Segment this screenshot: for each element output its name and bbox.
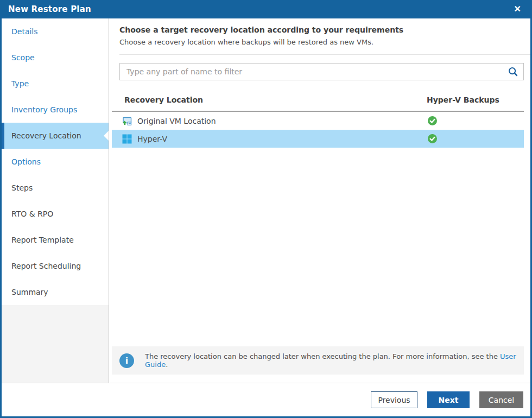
info-text: The recovery location can be changed lat… bbox=[145, 352, 524, 369]
info-text-after: . bbox=[166, 360, 168, 369]
sidebar-filler bbox=[2, 305, 109, 383]
sidebar-item-rto-rpo[interactable]: RTO & RPO bbox=[2, 201, 109, 227]
title-bar: New Restore Plan ✕ bbox=[0, 0, 532, 18]
hyper-v-windows-logo-icon bbox=[122, 134, 132, 144]
table-row-original-vm-location[interactable]: M Original VM Location bbox=[112, 112, 524, 130]
previous-button[interactable]: Previous bbox=[371, 391, 417, 408]
sidebar-item-report-scheduling[interactable]: Report Scheduling bbox=[2, 253, 109, 279]
sidebar-item-options[interactable]: Options bbox=[2, 149, 109, 175]
info-text-before: The recovery location can be changed lat… bbox=[145, 352, 500, 360]
svg-text:M: M bbox=[129, 122, 131, 125]
next-button[interactable]: Next bbox=[427, 391, 470, 408]
sidebar-item-report-template[interactable]: Report Template bbox=[2, 227, 109, 253]
table-row-hyper-v[interactable]: Hyper-V bbox=[112, 130, 524, 148]
column-header-recovery-location: Recovery Location bbox=[124, 96, 427, 104]
header-divider bbox=[119, 54, 530, 55]
backup-available-icon bbox=[428, 134, 437, 143]
page-title: Choose a target recovery location accord… bbox=[119, 26, 524, 34]
sidebar-item-recovery-location[interactable]: Recovery Location bbox=[2, 123, 109, 149]
column-header-hyperv-backups: Hyper-V Backups bbox=[427, 96, 524, 104]
info-icon: i bbox=[119, 353, 134, 368]
wizard-steps-sidebar: Details Scope Type Inventory Groups Reco… bbox=[2, 18, 109, 383]
content-panel: Choose a target recovery location accord… bbox=[109, 18, 530, 383]
filter-box bbox=[119, 63, 524, 80]
filter-input[interactable] bbox=[119, 63, 524, 80]
close-icon: ✕ bbox=[514, 4, 521, 14]
sidebar-item-summary[interactable]: Summary bbox=[2, 279, 109, 305]
search-icon bbox=[508, 66, 518, 77]
dialog-title: New Restore Plan bbox=[8, 4, 91, 14]
sidebar-item-type[interactable]: Type bbox=[2, 71, 109, 97]
sidebar-item-details[interactable]: Details bbox=[2, 18, 109, 45]
table-header: Recovery Location Hyper-V Backups bbox=[112, 89, 524, 112]
sidebar-item-inventory-groups[interactable]: Inventory Groups bbox=[2, 97, 109, 123]
sidebar-item-scope[interactable]: Scope bbox=[2, 45, 109, 71]
original-vm-location-icon: M bbox=[122, 116, 132, 126]
close-button[interactable]: ✕ bbox=[512, 4, 523, 15]
row-label: Hyper-V bbox=[137, 135, 167, 143]
cancel-button[interactable]: Cancel bbox=[479, 391, 523, 408]
page-subtitle: Choose a recovery location where backups… bbox=[119, 38, 524, 46]
recovery-location-table: Recovery Location Hyper-V Backups M bbox=[112, 89, 524, 148]
row-label: Original VM Location bbox=[137, 117, 216, 125]
sidebar-item-steps[interactable]: Steps bbox=[2, 175, 109, 201]
new-restore-plan-dialog: New Restore Plan ✕ Details Scope Type In… bbox=[0, 0, 532, 418]
backup-available-icon bbox=[428, 116, 437, 125]
footer-bar: Previous Next Cancel bbox=[2, 383, 530, 416]
info-bar: i The recovery location can be changed l… bbox=[112, 346, 524, 375]
